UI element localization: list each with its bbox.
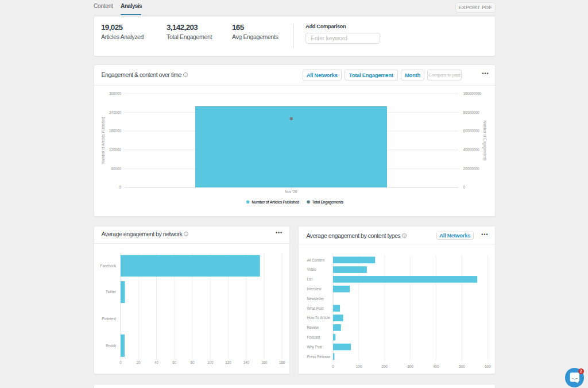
svg-text:0: 0 <box>463 185 465 189</box>
svg-text:Podcast: Podcast <box>307 335 320 339</box>
svg-text:300: 300 <box>407 364 413 368</box>
svg-text:Nov '20: Nov '20 <box>285 190 297 194</box>
svg-text:100: 100 <box>207 360 214 364</box>
svg-text:0: 0 <box>119 185 121 189</box>
svg-text:60: 60 <box>172 360 177 364</box>
svg-text:Total Engagements: Total Engagements <box>312 200 344 205</box>
svg-text:List: List <box>307 277 312 281</box>
svg-text:60000: 60000 <box>111 167 121 171</box>
svg-text:80: 80 <box>190 360 195 364</box>
svg-text:Number of Articles Published: Number of Articles Published <box>252 200 300 204</box>
svg-text:Number of Articles Published: Number of Articles Published <box>101 117 105 163</box>
svg-text:40: 40 <box>154 360 159 364</box>
svg-text:60000000: 60000000 <box>463 129 479 133</box>
svg-text:120000: 120000 <box>109 148 122 152</box>
svg-text:400: 400 <box>433 364 439 368</box>
svg-text:Interview: Interview <box>307 287 322 291</box>
svg-text:Twitter: Twitter <box>106 290 117 294</box>
svg-text:40000000: 40000000 <box>463 148 479 152</box>
svg-text:Why Post: Why Post <box>307 345 322 349</box>
svg-text:120: 120 <box>225 360 231 364</box>
svg-text:0: 0 <box>332 364 334 368</box>
svg-text:20000000: 20000000 <box>463 167 479 171</box>
svg-text:Newsletter: Newsletter <box>307 297 324 301</box>
svg-text:160: 160 <box>261 360 268 364</box>
svg-text:Review: Review <box>307 325 319 329</box>
svg-text:All Content: All Content <box>307 258 324 262</box>
svg-text:How-To Article: How-To Article <box>307 316 330 320</box>
svg-text:200: 200 <box>382 364 388 368</box>
svg-text:300000: 300000 <box>109 91 122 95</box>
svg-text:0: 0 <box>119 360 122 364</box>
svg-text:80000000: 80000000 <box>463 110 479 114</box>
svg-text:600: 600 <box>485 364 491 368</box>
svg-text:180000: 180000 <box>109 129 122 133</box>
svg-text:Number of Engagements: Number of Engagements <box>482 120 487 160</box>
svg-text:180: 180 <box>279 360 285 364</box>
svg-text:20: 20 <box>137 360 141 364</box>
svg-text:Facebook: Facebook <box>100 264 117 268</box>
svg-text:Pinterest: Pinterest <box>102 317 116 321</box>
svg-text:500: 500 <box>459 364 465 368</box>
svg-text:Reddit: Reddit <box>106 344 116 348</box>
svg-text:100: 100 <box>356 364 362 368</box>
svg-text:Video: Video <box>307 267 316 271</box>
svg-text:240000: 240000 <box>109 110 122 114</box>
svg-text:100000000: 100000000 <box>463 91 481 95</box>
svg-text:140: 140 <box>243 360 249 364</box>
svg-text:What Post: What Post <box>307 306 323 310</box>
svg-text:Press Release: Press Release <box>307 355 330 359</box>
